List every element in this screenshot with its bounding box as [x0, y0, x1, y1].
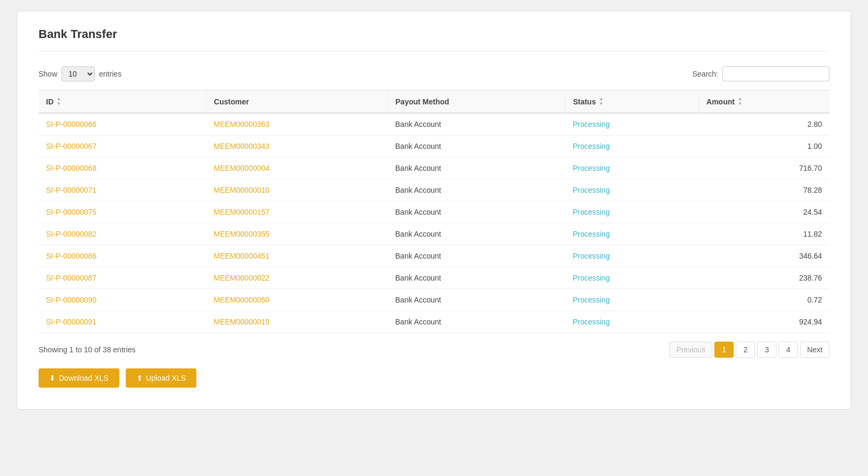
- id-link[interactable]: SI-P-00000082: [46, 230, 96, 238]
- cell-id: SI-P-00000071: [39, 179, 206, 201]
- col-header-customer: Customer: [206, 90, 387, 114]
- cell-status: Processing: [565, 223, 698, 245]
- id-sort-control[interactable]: ID: [46, 97, 61, 106]
- status-sort-icon: [599, 97, 603, 106]
- upload-icon: [136, 374, 143, 382]
- table-row: SI-P-00000066 MEEM00000363 Bank Account …: [39, 113, 829, 135]
- id-link[interactable]: SI-P-00000071: [46, 186, 96, 194]
- customer-link[interactable]: MEEM00000355: [214, 230, 269, 238]
- page-wrapper: Bank Transfer Show 10 25 50 100 entries …: [17, 11, 851, 410]
- show-label: Show: [39, 70, 57, 78]
- id-link[interactable]: SI-P-00000090: [46, 296, 96, 304]
- search-label: Search:: [692, 70, 718, 78]
- status-badge: Processing: [573, 208, 610, 216]
- cell-status: Processing: [565, 311, 698, 333]
- cell-status: Processing: [565, 245, 698, 267]
- id-link[interactable]: SI-P-00000066: [46, 120, 96, 129]
- data-table: ID Customer Payout Method Status: [39, 90, 829, 333]
- download-xls-button[interactable]: Download XLS: [39, 368, 119, 388]
- id-link[interactable]: SI-P-00000068: [46, 164, 96, 172]
- id-sort-icon: [57, 97, 61, 106]
- amount-sort-icon: [738, 97, 742, 106]
- cell-payout-method: Bank Account: [388, 311, 566, 333]
- cell-payout-method: Bank Account: [388, 223, 566, 245]
- page-title: Bank Transfer: [39, 27, 829, 51]
- cell-customer: MEEM00000010: [206, 179, 387, 201]
- customer-link[interactable]: MEEM00000363: [214, 120, 269, 129]
- cell-amount: 1.00: [699, 135, 829, 157]
- table-header: ID Customer Payout Method Status: [39, 90, 829, 114]
- previous-button[interactable]: Previous: [669, 342, 712, 358]
- customer-link[interactable]: MEEM00000451: [214, 252, 269, 260]
- id-link[interactable]: SI-P-00000067: [46, 142, 96, 150]
- col-header-amount[interactable]: Amount: [699, 90, 829, 114]
- cell-status: Processing: [565, 267, 698, 289]
- cell-id: SI-P-00000086: [39, 245, 206, 267]
- cell-customer: MEEM00000343: [206, 135, 387, 157]
- col-header-id[interactable]: ID: [39, 90, 206, 114]
- download-label: Download XLS: [59, 374, 109, 382]
- cell-id: SI-P-00000067: [39, 135, 206, 157]
- status-badge: Processing: [573, 120, 610, 129]
- table-row: SI-P-00000067 MEEM00000343 Bank Account …: [39, 135, 829, 157]
- upload-label: Upload XLS: [146, 374, 186, 382]
- customer-link[interactable]: MEEM00000157: [214, 208, 269, 216]
- status-badge: Processing: [573, 186, 610, 194]
- search-box: Search:: [692, 66, 829, 81]
- cell-status: Processing: [565, 289, 698, 311]
- customer-link[interactable]: MEEM00000343: [214, 142, 269, 150]
- customer-link[interactable]: MEEM00000019: [214, 318, 269, 326]
- cell-status: Processing: [565, 113, 698, 135]
- status-badge: Processing: [573, 142, 610, 150]
- status-badge: Processing: [573, 230, 610, 238]
- cell-status: Processing: [565, 179, 698, 201]
- id-link[interactable]: SI-P-00000091: [46, 318, 96, 326]
- table-row: SI-P-00000068 MEEM00000004 Bank Account …: [39, 157, 829, 179]
- cell-amount: 11.82: [699, 223, 829, 245]
- show-entries-control: Show 10 25 50 100 entries: [39, 66, 121, 81]
- customer-link[interactable]: MEEM00000022: [214, 274, 269, 282]
- showing-text: Showing 1 to 10 of 38 entries: [39, 345, 135, 354]
- cell-payout-method: Bank Account: [388, 245, 566, 267]
- id-link[interactable]: SI-P-00000087: [46, 274, 96, 282]
- cell-customer: MEEM00000451: [206, 245, 387, 267]
- cell-customer: MEEM00000355: [206, 223, 387, 245]
- table-row: SI-P-00000091 MEEM00000019 Bank Account …: [39, 311, 829, 333]
- col-header-status[interactable]: Status: [565, 90, 698, 114]
- entries-per-page-select[interactable]: 10 25 50 100: [62, 66, 95, 81]
- cell-id: SI-P-00000066: [39, 113, 206, 135]
- customer-link[interactable]: MEEM00000004: [214, 164, 269, 172]
- customer-link[interactable]: MEEM00000050: [214, 296, 269, 304]
- page-2-button[interactable]: 2: [736, 342, 755, 358]
- table-row: SI-P-00000075 MEEM00000157 Bank Account …: [39, 201, 829, 223]
- cell-status: Processing: [565, 157, 698, 179]
- entries-label: entries: [99, 70, 121, 78]
- id-link[interactable]: SI-P-00000086: [46, 252, 96, 260]
- upload-xls-button[interactable]: Upload XLS: [126, 368, 197, 388]
- col-header-payout-method: Payout Method: [388, 90, 566, 114]
- cell-amount: 2.80: [699, 113, 829, 135]
- cell-payout-method: Bank Account: [388, 267, 566, 289]
- table-row: SI-P-00000071 MEEM00000010 Bank Account …: [39, 179, 829, 201]
- cell-status: Processing: [565, 135, 698, 157]
- cell-payout-method: Bank Account: [388, 157, 566, 179]
- status-sort-control[interactable]: Status: [573, 97, 604, 106]
- action-buttons: Download XLS Upload XLS: [39, 368, 829, 388]
- cell-payout-method: Bank Account: [388, 179, 566, 201]
- table-row: SI-P-00000082 MEEM00000355 Bank Account …: [39, 223, 829, 245]
- id-link[interactable]: SI-P-00000075: [46, 208, 96, 216]
- next-button[interactable]: Next: [800, 342, 829, 358]
- cell-id: SI-P-00000075: [39, 201, 206, 223]
- cell-id: SI-P-00000091: [39, 311, 206, 333]
- cell-payout-method: Bank Account: [388, 289, 566, 311]
- cell-id: SI-P-00000090: [39, 289, 206, 311]
- search-input[interactable]: [722, 66, 829, 81]
- page-3-button[interactable]: 3: [757, 342, 776, 358]
- amount-sort-control[interactable]: Amount: [706, 97, 742, 106]
- page-4-button[interactable]: 4: [779, 342, 798, 358]
- page-1-button[interactable]: 1: [714, 342, 734, 358]
- cell-payout-method: Bank Account: [388, 135, 566, 157]
- table-footer: Showing 1 to 10 of 38 entries Previous 1…: [39, 342, 829, 358]
- status-badge: Processing: [573, 252, 610, 260]
- customer-link[interactable]: MEEM00000010: [214, 186, 269, 194]
